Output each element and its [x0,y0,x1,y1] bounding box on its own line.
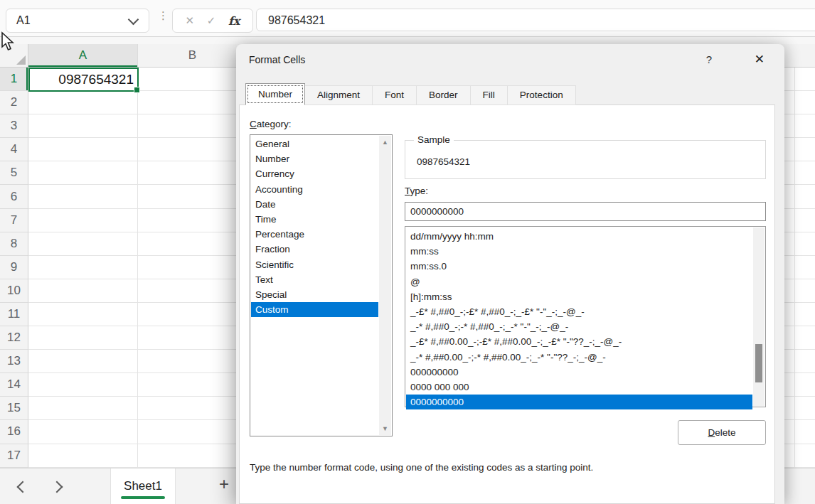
help-icon[interactable]: ? [706,50,712,70]
row-header-2[interactable]: 2 [0,91,28,114]
row-header-9[interactable]: 9 [0,256,28,279]
formula-buttons: ✕ ✓ fx [172,9,253,33]
formula-input[interactable]: 987654321 [256,9,815,31]
tab-protection[interactable]: Protection [508,85,576,105]
format-cells-dialog: Format Cells ? ✕ NumberAlignmentFontBord… [236,44,784,504]
category-item-special[interactable]: Special [251,287,378,302]
delete-button[interactable]: Delete [678,420,766,445]
dialog-title: Format Cells [249,50,305,70]
dialog-tab-strip: NumberAlignmentFontBorderFillProtection [245,83,576,105]
active-cell-A1[interactable]: 0987654321 [28,68,139,92]
type-item-11[interactable]: 0000000000 [406,395,752,409]
category-item-date[interactable]: Date [251,197,378,212]
row-header-12[interactable]: 12 [0,326,28,350]
type-item-10[interactable]: 0000 000 000 [406,380,752,395]
sheet-tab-label: Sheet1 [124,479,162,493]
name-box[interactable]: A1 [6,9,149,33]
type-input[interactable]: 0000000000 [405,202,766,221]
insert-function-icon[interactable]: fx [228,14,240,28]
type-label: Type: [405,186,428,196]
add-sheet-button[interactable]: + [219,474,229,494]
sample-label: Sample [414,134,454,145]
category-item-time[interactable]: Time [251,212,378,227]
tab-font[interactable]: Font [373,85,417,105]
active-cell-value: 0987654321 [58,72,134,87]
tab-fill[interactable]: Fill [471,85,508,105]
category-list[interactable]: GeneralNumberCurrencyAccountingDateTimeP… [250,134,393,436]
tab-alignment[interactable]: Alignment [305,85,373,105]
row-header-7[interactable]: 7 [0,209,28,232]
category-item-accounting[interactable]: Accounting [251,182,378,197]
category-item-scientific[interactable]: Scientific [251,257,378,272]
category-item-general[interactable]: General [251,136,378,151]
column-header-B[interactable]: B [138,44,247,67]
row-header-3[interactable]: 3 [0,114,28,138]
delete-button-label: Delete [708,427,735,438]
cancel-icon[interactable]: ✕ [186,14,195,27]
category-item-number[interactable]: Number [251,151,378,166]
row-header-4[interactable]: 4 [0,138,28,161]
type-scrollbar-thumb[interactable] [755,344,762,382]
type-item-3[interactable]: @ [406,274,752,289]
mouse-cursor-icon [0,31,16,53]
type-scrollbar[interactable] [753,227,765,406]
scroll-up-icon[interactable]: ▲ [379,139,391,146]
sample-groupbox: Sample 0987654321 [405,140,766,179]
category-label: Category: [250,119,292,129]
category-item-custom[interactable]: Custom [251,302,378,317]
type-item-8[interactable]: _-* #,##0.00_-;-* #,##0.00_-;_-* "-"??_-… [406,350,752,365]
ellipsis-separator-icon: ⋮ [158,13,165,18]
category-item-fraction[interactable]: Fraction [251,242,378,257]
type-list[interactable]: dd/mm/yyyy hh:mmmm:ssmm:ss.0@[h]:mm:ss_-… [405,226,766,407]
row-header-14[interactable]: 14 [0,373,28,397]
row-header-11[interactable]: 11 [0,303,28,326]
number-tab-page: Category: GeneralNumberCurrencyAccountin… [239,104,775,504]
sheet-tab-sheet1[interactable]: Sheet1 [110,468,176,504]
tab-number[interactable]: Number [245,83,305,105]
type-item-6[interactable]: _-* #,##0_-;-* #,##0_-;_-* "-"_-;_-@_- [406,319,752,334]
sample-value: 0987654321 [417,156,470,167]
type-item-7[interactable]: _-£* #,##0.00_-;-£* #,##0.00_-;_-£* "-"?… [406,334,752,349]
excel-app: A1 ⋮ ✕ ✓ fx 987654321 AB 123456789101112… [0,0,815,504]
tab-border[interactable]: Border [417,85,471,105]
category-item-currency[interactable]: Currency [251,166,378,181]
row-header-15[interactable]: 15 [0,397,28,420]
type-item-5[interactable]: _-£* #,##0_-;-£* #,##0_-;_-£* "-"_-;_-@_… [406,304,752,319]
row-header-17[interactable]: 17 [0,444,28,468]
name-box-value: A1 [6,14,129,27]
type-item-9[interactable]: 000000000 [406,365,752,380]
enter-icon[interactable]: ✓ [207,14,216,27]
row-header-10[interactable]: 10 [0,279,28,303]
close-icon[interactable]: ✕ [755,50,765,70]
type-item-2[interactable]: mm:ss.0 [406,259,752,274]
category-item-text[interactable]: Text [251,272,378,287]
type-item-1[interactable]: mm:ss [406,244,752,259]
row-header-1[interactable]: 1 [0,68,28,91]
row-header-13[interactable]: 13 [0,350,28,373]
category-scrollbar[interactable]: ▲ ▼ [379,136,391,435]
prev-sheet-icon[interactable] [17,481,29,493]
row-header-5[interactable]: 5 [0,161,28,185]
next-sheet-icon[interactable] [51,481,63,493]
row-header-6[interactable]: 6 [0,185,28,208]
fill-handle[interactable] [134,87,140,93]
row-header-16[interactable]: 16 [0,420,28,444]
select-all-triangle-icon [16,55,26,65]
category-item-percentage[interactable]: Percentage [251,227,378,242]
chevron-down-icon[interactable] [128,14,139,25]
row-header-8[interactable]: 8 [0,232,28,256]
column-header-A[interactable]: A [28,44,138,67]
row-headers: 1234567891011121314151617 [0,68,28,468]
active-sheet-underline [121,496,165,499]
formula-bar: A1 ⋮ ✕ ✓ fx 987654321 [0,0,815,37]
type-item-0[interactable]: dd/mm/yyyy hh:mm [406,229,752,244]
dialog-help-text: Type the number format code, using one o… [250,462,593,473]
type-item-4[interactable]: [h]:mm:ss [406,289,752,304]
scroll-down-icon[interactable]: ▼ [379,425,391,432]
